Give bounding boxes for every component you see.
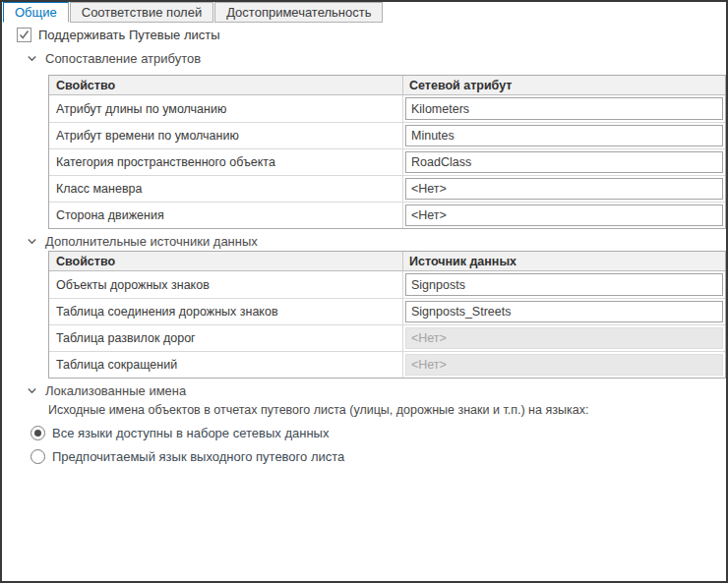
- chevron-down-icon[interactable]: [27, 236, 37, 247]
- table-header-row: Свойство Источник данных: [49, 252, 725, 271]
- property-label: Категория пространственного объекта: [49, 149, 403, 175]
- radio-button-icon[interactable]: [30, 449, 45, 464]
- property-label: Атрибут времени по умолчанию: [49, 123, 403, 148]
- signposts-combo[interactable]: Signposts: [405, 273, 723, 296]
- signposts-streets-combo[interactable]: Signposts_Streets: [405, 301, 723, 322]
- table-row: Таблица сокращений <Нет>: [49, 351, 725, 378]
- section-title: Дополнительные источники данных: [45, 234, 258, 249]
- tab-bar: Общие Соответствие полей Достопримечател…: [3, 2, 384, 23]
- radio-preferred-language[interactable]: Предпочитаемый язык выходного путевого л…: [30, 449, 344, 464]
- attribute-mapping-table: Свойство Сетевой атрибут Атрибут длины п…: [48, 75, 726, 229]
- abbreviations-combo: <Нет>: [405, 354, 723, 376]
- property-label: Таблица развилок дорог: [49, 325, 403, 351]
- chevron-down-icon[interactable]: [27, 53, 37, 64]
- road-class-combo[interactable]: RoadClass: [405, 151, 723, 173]
- property-label: Таблица соединения дорожных знаков: [49, 299, 403, 324]
- property-label: Сторона движения: [49, 203, 403, 228]
- tab-landmark[interactable]: Достопримечательность: [214, 2, 383, 23]
- chevron-down-icon[interactable]: [27, 385, 37, 396]
- support-directions-checkbox[interactable]: [17, 28, 31, 42]
- table-row: Объекты дорожных знаков Signposts: [49, 271, 725, 298]
- column-header-data-source: Источник данных: [403, 252, 725, 270]
- radio-all-languages[interactable]: Все языки доступны в наборе сетевых данн…: [30, 426, 329, 440]
- driving-side-combo[interactable]: <Нет>: [405, 204, 723, 226]
- support-directions-label: Поддерживать Путевые листы: [38, 28, 220, 42]
- radio-button-icon[interactable]: [30, 426, 45, 440]
- section-title: Сопоставление атрибутов: [45, 51, 201, 66]
- directions-properties-dialog: Общие Соответствие полей Достопримечател…: [0, 0, 728, 583]
- table-row: Сторона движения <Нет>: [49, 202, 725, 228]
- support-directions-row: Поддерживать Путевые листы: [17, 28, 220, 42]
- section-localized-names: Локализованные имена: [27, 383, 186, 398]
- additional-sources-table: Свойство Источник данных Объекты дорожны…: [48, 251, 726, 379]
- length-attribute-combo[interactable]: Kilometers: [405, 97, 723, 120]
- property-label: Класс маневра: [49, 176, 403, 202]
- radio-label: Все языки доступны в наборе сетевых данн…: [52, 426, 329, 440]
- column-header-network-attribute: Сетевой атрибут: [403, 76, 725, 94]
- section-title: Локализованные имена: [45, 383, 186, 398]
- time-attribute-combo[interactable]: Minutes: [405, 125, 723, 146]
- tab-field-mapping[interactable]: Соответствие полей: [70, 2, 213, 23]
- property-label: Таблица сокращений: [49, 352, 403, 378]
- radio-label: Предпочитаемый язык выходного путевого л…: [52, 449, 344, 464]
- property-label: Атрибут длины по умолчанию: [49, 95, 403, 122]
- maneuver-class-combo[interactable]: <Нет>: [405, 178, 723, 200]
- table-row: Таблица соединения дорожных знаков Signp…: [49, 298, 725, 324]
- table-row: Таблица развилок дорог <Нет>: [49, 324, 725, 351]
- localized-names-description: Исходные имена объектов в отчетах путево…: [48, 403, 588, 417]
- check-icon: [19, 29, 30, 40]
- table-row: Категория пространственного объекта Road…: [49, 148, 725, 175]
- column-header-property: Свойство: [49, 76, 403, 94]
- section-attribute-mapping: Сопоставление атрибутов: [27, 51, 201, 66]
- road-splits-combo: <Нет>: [405, 327, 723, 349]
- table-row: Атрибут времени по умолчанию Minutes: [49, 122, 725, 148]
- table-row: Атрибут длины по умолчанию Kilometers: [49, 95, 725, 122]
- tab-general[interactable]: Общие: [3, 2, 69, 23]
- column-header-property: Свойство: [49, 252, 403, 270]
- property-label: Объекты дорожных знаков: [49, 271, 403, 298]
- section-additional-sources: Дополнительные источники данных: [27, 234, 258, 249]
- table-header-row: Свойство Сетевой атрибут: [49, 76, 725, 95]
- table-row: Класс маневра <Нет>: [49, 175, 725, 202]
